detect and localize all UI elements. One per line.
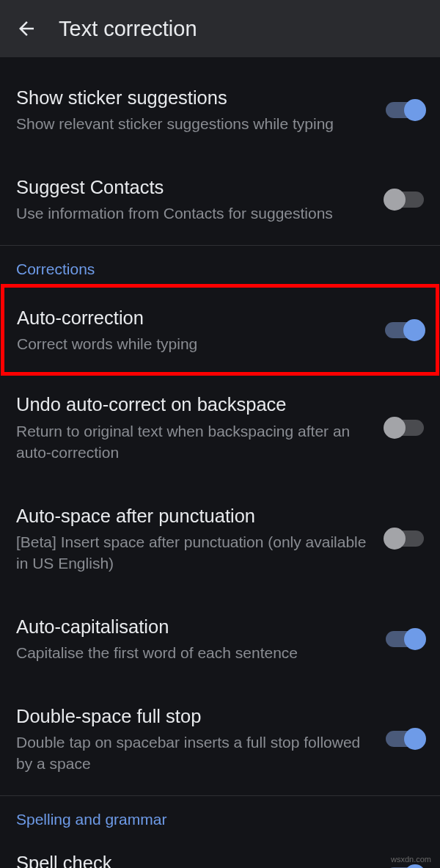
setting-auto-correction[interactable]: Auto-correction Correct words while typi…: [1, 284, 439, 376]
setting-double-space[interactable]: Double-space full stop Double tap on spa…: [0, 688, 440, 791]
setting-title: Show sticker suggestions: [16, 85, 371, 110]
arrow-back-icon: [15, 18, 37, 40]
toggle-thumb: [404, 99, 426, 121]
setting-auto-capitalisation[interactable]: Auto-capitalisation Capitalise the first…: [0, 598, 440, 680]
toggle-suggest-contacts[interactable]: [386, 192, 424, 208]
setting-desc: Use information from Contacts for sugges…: [16, 203, 371, 224]
setting-text: Double-space full stop Double tap on spa…: [16, 704, 386, 775]
toggle-double-space[interactable]: [386, 731, 424, 747]
toggle-thumb: [384, 189, 406, 211]
watermark: wsxdn.com: [391, 855, 431, 864]
setting-text: Show sticker suggestions Show relevant s…: [16, 85, 386, 135]
back-button[interactable]: [13, 15, 40, 42]
setting-title: Suggest Contacts: [16, 175, 371, 200]
section-corrections: Corrections: [0, 246, 440, 284]
toggle-sticker-suggestions[interactable]: [386, 102, 424, 118]
setting-title: Auto-correction: [17, 305, 370, 330]
setting-text: Spell check Mark misspelled words while …: [16, 850, 386, 868]
setting-sticker-suggestions[interactable]: Show sticker suggestions Show relevant s…: [0, 69, 440, 151]
setting-title: Undo auto-correct on backspace: [16, 392, 371, 417]
toggle-thumb: [404, 628, 426, 650]
setting-desc: Correct words while typing: [17, 333, 370, 354]
setting-desc: Return to original text when backspacing…: [16, 420, 371, 464]
setting-title: Double-space full stop: [16, 704, 371, 729]
setting-title: Auto-capitalisation: [16, 614, 371, 639]
setting-title: Spell check: [16, 850, 371, 868]
setting-text: Auto-space after punctuation [Beta] Inse…: [16, 503, 386, 575]
setting-desc: Double tap on spacebar inserts a full st…: [16, 732, 371, 775]
setting-text: Auto-capitalisation Capitalise the first…: [16, 614, 386, 664]
toggle-thumb: [384, 528, 406, 550]
setting-text: Auto-correction Correct words while typi…: [17, 305, 385, 355]
toggle-undo-autocorrect[interactable]: [386, 420, 424, 436]
section-spelling: Spelling and grammar: [0, 796, 440, 834]
toggle-thumb: [403, 319, 425, 341]
toggle-auto-correction[interactable]: [385, 322, 423, 338]
setting-undo-autocorrect[interactable]: Undo auto-correct on backspace Return to…: [0, 376, 440, 479]
setting-suggest-contacts[interactable]: Suggest Contacts Use information from Co…: [0, 158, 440, 241]
setting-text: Undo auto-correct on backspace Return to…: [16, 392, 386, 463]
toggle-auto-capitalisation[interactable]: [386, 631, 424, 647]
setting-desc: [Beta] Insert space after punctuation (o…: [16, 531, 371, 575]
header-gap: [0, 57, 440, 69]
toggle-thumb: [404, 728, 426, 750]
setting-desc: Show relevant sticker suggestions while …: [16, 113, 371, 134]
toggle-auto-space[interactable]: [386, 530, 424, 547]
app-bar: Text correction: [0, 0, 440, 57]
toggle-thumb: [384, 417, 406, 439]
setting-spell-check[interactable]: Spell check Mark misspelled words while …: [0, 834, 440, 868]
page-title: Text correction: [59, 17, 197, 41]
setting-title: Auto-space after punctuation: [16, 503, 371, 528]
toggle-thumb: [404, 864, 426, 868]
setting-text: Suggest Contacts Use information from Co…: [16, 175, 386, 225]
setting-desc: Capitalise the first word of each senten…: [16, 642, 371, 663]
setting-auto-space[interactable]: Auto-space after punctuation [Beta] Inse…: [0, 487, 440, 591]
